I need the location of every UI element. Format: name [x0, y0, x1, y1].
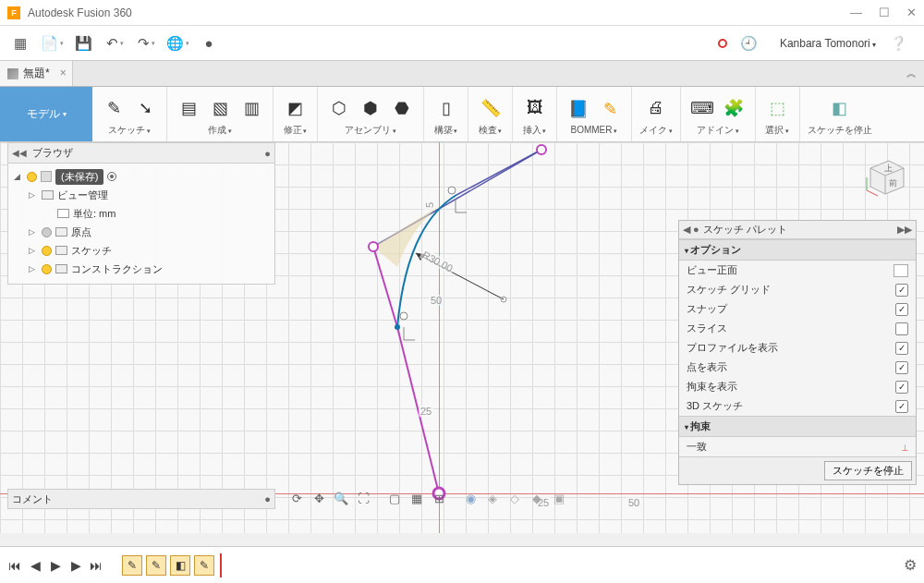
palette-section-constraint[interactable]: 拘束: [679, 416, 916, 437]
print-icon: 🖨: [642, 94, 670, 122]
ribbon-inspect[interactable]: 📏 検査: [468, 87, 513, 141]
look-at-icon[interactable]: [894, 264, 908, 277]
ribbon-sketch[interactable]: ✎➘ スケッチ: [92, 87, 167, 141]
redo-button[interactable]: ↷: [133, 30, 159, 56]
ribbon-select[interactable]: ⬚ 選択: [756, 87, 800, 141]
tree-sketch[interactable]: ▷ スケッチ: [10, 241, 273, 260]
constraints-checkbox[interactable]: [895, 381, 908, 394]
ribbon-bommer[interactable]: 📘✎ BOMMER: [557, 87, 632, 141]
slice-checkbox[interactable]: [895, 322, 908, 335]
tl-last[interactable]: ⏭: [89, 558, 103, 573]
row-slice[interactable]: スライス: [679, 319, 916, 338]
coincident-icon[interactable]: ⟂: [902, 442, 908, 453]
shade3-icon[interactable]: ◇: [505, 489, 525, 507]
shade1-icon[interactable]: ◉: [460, 489, 480, 507]
grid-apps-icon[interactable]: ▦: [7, 30, 33, 56]
document-tab[interactable]: 無題* ×: [0, 61, 73, 86]
ribbon-construct[interactable]: ▯ 構築: [424, 87, 468, 141]
close-button[interactable]: ✕: [906, 6, 917, 19]
file-menu[interactable]: 📄: [39, 30, 65, 56]
ribbon-create[interactable]: ▤▧▥ 作成: [167, 87, 274, 141]
help-icon[interactable]: ❔: [885, 30, 911, 56]
row-points[interactable]: 点を表示: [679, 358, 916, 377]
gridset-icon[interactable]: ▦: [407, 489, 427, 507]
tl-marker[interactable]: [220, 553, 222, 577]
undo-button[interactable]: ↶: [102, 30, 128, 56]
stop-sketch-button[interactable]: スケッチを停止: [824, 461, 912, 480]
tree-units[interactable]: 単位: mm: [10, 204, 273, 223]
tl-play[interactable]: ▶: [48, 558, 63, 573]
svg-text:上: 上: [884, 164, 893, 173]
extension-icon[interactable]: ●: [196, 30, 222, 56]
row-look-at[interactable]: ビュー正面: [679, 261, 916, 280]
line-icon: ➘: [131, 94, 159, 122]
asm-icon: ⬢: [357, 94, 384, 122]
comment-pin[interactable]: ●: [264, 493, 271, 504]
tab-close-button[interactable]: ×: [60, 67, 67, 79]
viewports-icon[interactable]: ⊞: [429, 489, 449, 507]
active-radio[interactable]: [107, 172, 116, 181]
grid-checkbox[interactable]: [895, 284, 908, 297]
globe-icon[interactable]: 🌐: [164, 30, 190, 56]
tl-prev[interactable]: ◀: [28, 558, 43, 573]
browser-collapse-left[interactable]: ◀◀: [12, 148, 27, 158]
addin-icon: ⌨: [688, 94, 716, 122]
palette-title: スケッチ パレット: [703, 223, 787, 237]
app-logo: F: [7, 6, 20, 19]
display-icon[interactable]: ▢: [384, 489, 405, 507]
maximize-button[interactable]: ☐: [879, 6, 890, 19]
tl-next[interactable]: ▶: [68, 558, 83, 573]
tl-feature-3[interactable]: ◧: [170, 555, 190, 576]
job-status-icon[interactable]: 🕘: [740, 35, 758, 52]
fit-icon[interactable]: ⛶: [353, 489, 373, 507]
ribbon-modify[interactable]: ◩ 修正: [274, 87, 318, 141]
shade2-icon[interactable]: ◈: [482, 489, 503, 507]
palette-section-options[interactable]: オプション: [679, 239, 916, 261]
save-button[interactable]: 💾: [70, 30, 96, 56]
ribbon-addin[interactable]: ⌨🧩 アドイン: [681, 87, 756, 141]
tree-origin[interactable]: ▷ 原点: [10, 223, 273, 241]
browser-pin[interactable]: ●: [264, 148, 271, 159]
pan-icon[interactable]: ✥: [309, 489, 329, 507]
orbit-icon[interactable]: ⟳: [286, 489, 307, 507]
row-grid[interactable]: スケッチ グリッド: [679, 280, 916, 299]
ribbon-assembly[interactable]: ⬡⬢⬣ アセンブリ: [318, 87, 424, 141]
points-checkbox[interactable]: [895, 361, 908, 374]
shade4-icon[interactable]: ◆: [527, 489, 547, 507]
insert-icon: 🖼: [521, 94, 549, 122]
tl-first[interactable]: ⏮: [7, 558, 22, 573]
edit-icon: ✎: [596, 95, 624, 123]
zoom-icon[interactable]: 🔍: [331, 489, 351, 507]
sketch3d-checkbox[interactable]: [895, 400, 908, 413]
tree-construction[interactable]: ▷ コンストラクション: [10, 260, 273, 278]
row-constraints[interactable]: 拘束を表示: [679, 377, 916, 396]
ribbon-insert[interactable]: 🖼 挿入: [513, 87, 557, 141]
shade5-icon[interactable]: ▣: [549, 489, 569, 507]
profile-checkbox[interactable]: [895, 342, 908, 355]
ribbon-stop-sketch[interactable]: ◧ スケッチを停止: [800, 87, 880, 141]
timeline: ⏮ ◀ ▶ ▶ ⏭ ✎ ✎ ◧ ✎ ⚙: [0, 546, 924, 583]
workspace-switcher[interactable]: モデル: [0, 87, 92, 141]
user-menu[interactable]: Kanbara Tomonori: [780, 37, 876, 50]
comment-bar[interactable]: コメント ●: [7, 489, 275, 509]
extrude-icon: ▤: [175, 94, 202, 122]
minimize-button[interactable]: —: [850, 6, 862, 19]
tl-feature-1[interactable]: ✎: [122, 555, 142, 576]
row-coincident[interactable]: 一致⟂: [679, 437, 916, 456]
tab-label: 無題*: [23, 66, 50, 81]
snap-checkbox[interactable]: [895, 303, 908, 316]
tree-view-mgmt[interactable]: ▷ ビュー管理: [10, 186, 273, 204]
row-snap[interactable]: スナップ: [679, 299, 916, 319]
tree-root[interactable]: ◢ (未保存): [10, 167, 273, 186]
tl-feature-4[interactable]: ✎: [194, 555, 214, 576]
svg-line-22: [867, 190, 878, 196]
tl-settings[interactable]: ⚙: [904, 556, 917, 574]
ribbon-make[interactable]: 🖨 メイク: [632, 87, 681, 141]
row-profile[interactable]: プロファイルを表示: [679, 338, 916, 358]
tl-feature-2[interactable]: ✎: [146, 555, 166, 576]
record-icon[interactable]: [718, 39, 727, 48]
row-3dsketch[interactable]: 3D スケッチ: [679, 396, 916, 416]
palette-expand[interactable]: ▶▶: [897, 224, 912, 236]
collapse-ribbon-button[interactable]: ︽: [898, 61, 924, 86]
view-cube[interactable]: 上 前: [861, 152, 907, 198]
